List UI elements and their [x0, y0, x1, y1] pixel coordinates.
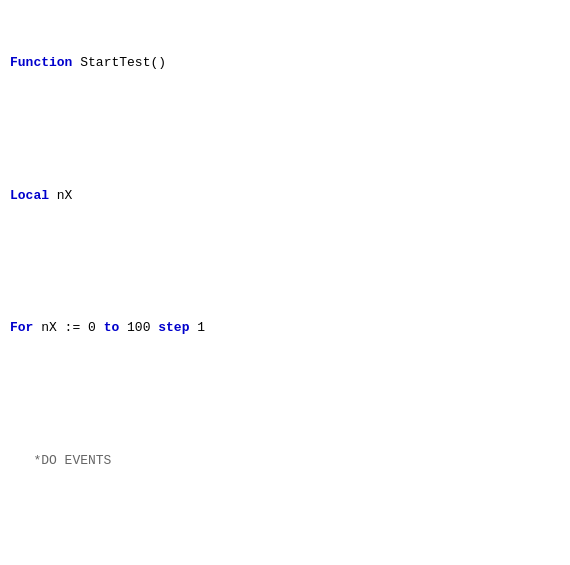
keyword-to: to: [104, 320, 120, 335]
line-1: Function StartTest(): [10, 52, 560, 74]
line-blank-4: [10, 516, 560, 538]
keyword-for: For: [10, 320, 33, 335]
line-local: Local nX: [10, 185, 560, 207]
code-editor: Function StartTest() Local nX For nX := …: [10, 8, 560, 565]
comment-doevents-1: *DO EVENTS: [33, 453, 111, 468]
keyword-local: Local: [10, 188, 49, 203]
keyword-function: Function: [10, 55, 72, 70]
line-doevents-1: *DO EVENTS: [10, 450, 560, 472]
keyword-step: step: [158, 320, 189, 335]
line-for: For nX := 0 to 100 step 1: [10, 317, 560, 339]
line-blank-2: [10, 251, 560, 273]
line-blank-1: [10, 118, 560, 140]
line-blank-3: [10, 384, 560, 406]
